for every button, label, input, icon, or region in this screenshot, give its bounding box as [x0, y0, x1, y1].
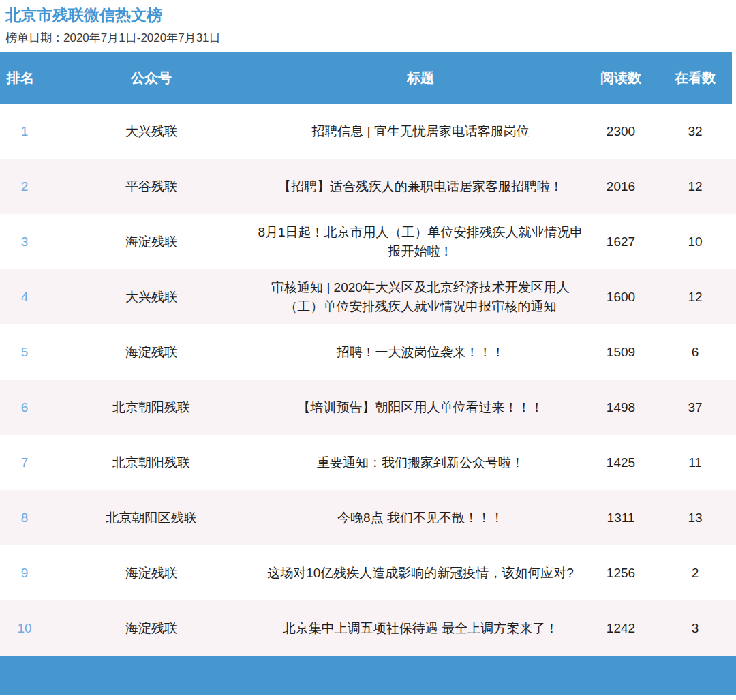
- reads-cell: 1311: [587, 511, 654, 526]
- rank-cell: 7: [0, 455, 49, 470]
- title-cell: 今晚8点 我们不见不散！！！: [254, 508, 587, 528]
- rank-cell: 10: [0, 621, 49, 636]
- account-cell: 海淀残联: [49, 344, 254, 361]
- table-row: 2 平谷残联 【招聘】适合残疾人的兼职电话居家客服招聘啦！ 2016 12: [0, 159, 736, 214]
- reads-cell: 2016: [587, 179, 654, 194]
- reads-cell: 1627: [587, 234, 654, 249]
- reads-cell: 1600: [587, 290, 654, 305]
- table-row: 4 大兴残联 审核通知 | 2020年大兴区及北京经济技术开发区用人（工）单位安…: [0, 269, 736, 324]
- title-cell: 招聘！一大波岗位袭来！！！: [254, 343, 587, 362]
- account-cell: 大兴残联: [49, 288, 254, 306]
- table-header-row: 排名 公众号 标题 阅读数 在看数: [0, 52, 732, 104]
- table-row: 7 北京朝阳残联 重要通知：我们搬家到新公众号啦！ 1425 11: [0, 435, 736, 490]
- header-cell-account: 公众号: [49, 69, 254, 87]
- rank-cell: 4: [0, 290, 49, 305]
- rank-cell: 1: [0, 124, 49, 139]
- title-cell: 【培训预告】朝阳区用人单位看过来！！！: [254, 398, 587, 417]
- table-row: 5 海淀残联 招聘！一大波岗位袭来！！！ 1509 6: [0, 324, 736, 380]
- account-cell: 海淀残联: [49, 564, 254, 582]
- rank-cell: 9: [0, 566, 49, 581]
- table-row: 6 北京朝阳残联 【培训预告】朝阳区用人单位看过来！！！ 1498 37: [0, 380, 736, 435]
- header-cell-reads: 阅读数: [587, 69, 654, 87]
- rank-cell: 2: [0, 179, 49, 194]
- rank-cell: 3: [0, 234, 49, 249]
- reads-cell: 2300: [587, 124, 654, 139]
- ranking-table: 排名 公众号 标题 阅读数 在看数 1 大兴残联 招聘信息 | 宜生无忧居家电话…: [0, 52, 736, 656]
- table-row: 8 北京朝阳区残联 今晚8点 我们不见不散！！！ 1311 13: [0, 490, 736, 545]
- title-cell: 北京集中上调五项社保待遇 最全上调方案来了！: [254, 619, 587, 638]
- account-cell: 海淀残联: [49, 620, 254, 637]
- page-title: 北京市残联微信热文榜: [0, 0, 736, 25]
- title-cell: 重要通知：我们搬家到新公众号啦！: [254, 453, 587, 472]
- watching-cell: 12: [654, 179, 736, 194]
- rank-cell: 5: [0, 345, 49, 360]
- header-cell-rank: 排名: [0, 69, 49, 87]
- account-cell: 海淀残联: [49, 233, 254, 251]
- title-cell: 这场对10亿残疾人造成影响的新冠疫情，该如何应对?: [254, 564, 587, 583]
- rank-cell: 6: [0, 400, 49, 415]
- title-cell: 招聘信息 | 宜生无忧居家电话客服岗位: [254, 122, 587, 141]
- header-cell-watching: 在看数: [654, 69, 736, 87]
- watching-cell: 11: [654, 455, 736, 470]
- account-cell: 北京朝阳残联: [49, 399, 254, 416]
- watching-cell: 3: [654, 621, 736, 636]
- watching-cell: 37: [654, 400, 736, 415]
- account-cell: 北京朝阳区残联: [49, 509, 254, 527]
- watching-cell: 32: [654, 124, 736, 139]
- rank-cell: 8: [0, 511, 49, 526]
- footer-bar: [0, 656, 736, 695]
- report-date: 榜单日期：2020年7月1日-2020年7月31日: [0, 25, 736, 52]
- account-cell: 大兴残联: [49, 123, 254, 140]
- watching-cell: 10: [654, 234, 736, 249]
- account-cell: 北京朝阳残联: [49, 454, 254, 472]
- table-row: 10 海淀残联 北京集中上调五项社保待遇 最全上调方案来了！ 1242 3: [0, 600, 736, 656]
- title-cell: 【招聘】适合残疾人的兼职电话居家客服招聘啦！: [254, 177, 587, 196]
- table-row: 3 海淀残联 8月1日起！北京市用人（工）单位安排残疾人就业情况申报开始啦！ 1…: [0, 214, 736, 269]
- watching-cell: 13: [654, 511, 736, 526]
- reads-cell: 1425: [587, 455, 654, 470]
- reads-cell: 1242: [587, 621, 654, 636]
- reads-cell: 1509: [587, 345, 654, 360]
- title-cell: 8月1日起！北京市用人（工）单位安排残疾人就业情况申报开始啦！: [254, 223, 587, 261]
- table-row: 9 海淀残联 这场对10亿残疾人造成影响的新冠疫情，该如何应对? 1256 2: [0, 545, 736, 600]
- reads-cell: 1498: [587, 400, 654, 415]
- watching-cell: 6: [654, 345, 736, 360]
- watching-cell: 12: [654, 290, 736, 305]
- title-cell: 审核通知 | 2020年大兴区及北京经济技术开发区用人（工）单位安排残疾人就业情…: [254, 278, 587, 316]
- header-cell-title: 标题: [254, 68, 587, 87]
- reads-cell: 1256: [587, 566, 654, 581]
- watching-cell: 2: [654, 566, 736, 581]
- account-cell: 平谷残联: [49, 178, 254, 196]
- table-row: 1 大兴残联 招聘信息 | 宜生无忧居家电话客服岗位 2300 32: [0, 104, 736, 159]
